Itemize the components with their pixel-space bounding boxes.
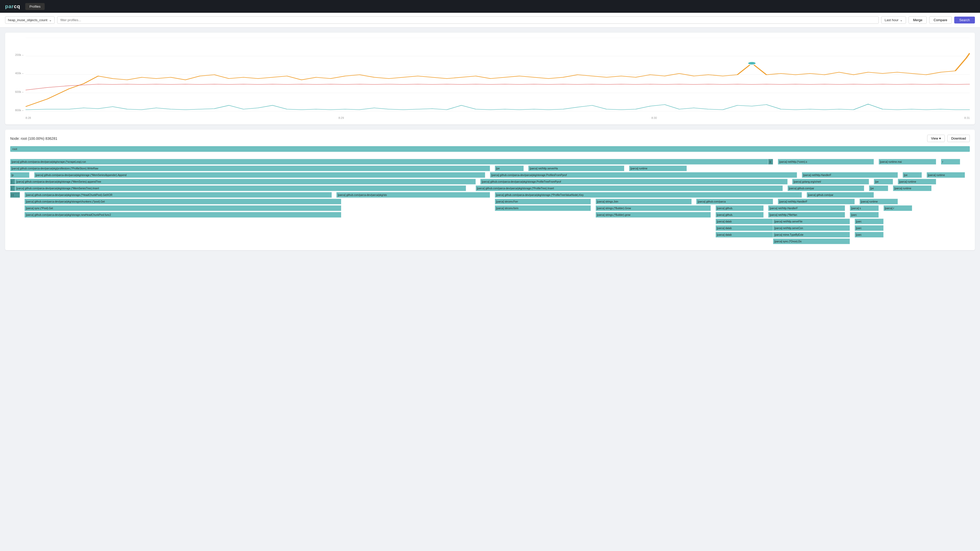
flame-bar[interactable]: [parca] strings.Join (596, 199, 692, 204)
flame-bar[interactable]: [parca] net/http.serverHa (528, 165, 624, 171)
flamegraph-controls: View ▾ Download (927, 135, 970, 142)
flame-bar[interactable]: [pe (903, 172, 922, 178)
flame-bar[interactable]: [parca] net/http.(*fileHan (768, 212, 845, 218)
node-info: Node: root (100.00%) 836281 (10, 137, 57, 141)
flame-bar[interactable]: [parca] github.com/parca-dev/parca/pkg/s… (24, 199, 341, 204)
flame-bar[interactable]: [parca] net/http.HandlerF (768, 205, 845, 211)
flame-bar[interactable]: [parca] net/http.serveFile (773, 219, 850, 224)
flame-bar[interactable]: [parca] mime.TypeByExte (773, 232, 850, 238)
flame-bar[interactable]: [parc (855, 219, 883, 224)
y-label-200k: 200k – (10, 53, 25, 56)
flame-bar[interactable]: [parca] github.com/parca-dev/parca/pkg/s… (490, 172, 797, 178)
flame-bar[interactable]: | (10, 186, 15, 191)
flame-bar[interactable]: [pe (869, 186, 888, 191)
flame-rows: [parca] github.com/parca-dev/parca/pkg/s… (10, 152, 970, 245)
flame-bar[interactable]: [parca] strconv.Forr (495, 199, 591, 204)
download-button[interactable]: Download (947, 135, 970, 142)
flame-row: |[parca] github.com/parca-dev/parca/pkg/… (10, 179, 970, 185)
flame-bar[interactable]: [pe (874, 179, 893, 184)
flame-bar[interactable]: [parca] github. (716, 212, 764, 218)
flame-bar[interactable]: [parca] s (850, 205, 879, 211)
app-logo: parcq (5, 3, 20, 10)
flame-bar[interactable]: [parca] strings.(*Builder).Grow (596, 205, 711, 211)
search-button[interactable]: Search (954, 17, 975, 24)
flame-bar[interactable]: || (768, 159, 773, 165)
flame-bar[interactable]: [parca] github.com/parca-dev/parca/pkg/s… (10, 159, 768, 165)
flame-bar[interactable]: [parc (850, 212, 879, 218)
flame-bar[interactable]: [parca] github.com/parca-dev/parca/pkg/s… (480, 179, 788, 184)
flame-bar[interactable]: [parca] sync.(*Pool).Get (24, 205, 341, 211)
flame-bar[interactable]: [parca] github.com/par (788, 186, 864, 191)
flame-bar[interactable]: [parca] github.com/parca-dev/parca/pkg/s… (34, 172, 485, 178)
time-range-selector[interactable]: Last hour ⌄ (881, 16, 906, 24)
flame-bar[interactable]: [parca] net/http.HandlerF (802, 172, 898, 178)
flame-bar[interactable]: [parca] r (883, 205, 912, 211)
x-label-829: 8:29 (339, 116, 344, 119)
x-label-830: 8:30 (651, 116, 657, 119)
flame-bar[interactable]: [parca] github.com/parca-dev/parca/pkg/s… (15, 179, 476, 184)
compare-button[interactable]: Compare (929, 16, 951, 24)
flame-row: [parca] github.com/parca-dev/parca/pkg/p… (10, 165, 970, 171)
flame-bar[interactable]: [parca] github.com/parca-dev/parca/pkg/s… (24, 212, 341, 218)
chart-card: 800k – 600k – 400k – 200k – (5, 33, 975, 124)
view-button[interactable]: View ▾ (927, 135, 945, 142)
x-axis: 8:28 8:29 8:30 8:31 (25, 112, 970, 119)
flame-bar[interactable]: [parca] datab (716, 225, 773, 231)
flame-bar[interactable]: [p (10, 172, 29, 178)
flame-bar[interactable]: [parca] github.com/par (807, 192, 874, 198)
flame-bar[interactable]: [parca] runtime (893, 186, 931, 191)
chart-area: 800k – 600k – 400k – 200k – (10, 38, 970, 119)
flame-row: [parca] sync.(*Pool).Get[parca] strconv.… (10, 205, 970, 211)
flame-bar[interactable]: [parca] runtime (859, 199, 898, 204)
flame-bar[interactable]: [parca] golang.org/x/net/ (792, 179, 869, 184)
flame-bar[interactable]: [parca] datab (716, 219, 773, 224)
flame-bar[interactable]: [parc (855, 232, 883, 238)
svg-point-5 (748, 62, 756, 65)
flame-bar[interactable]: [parc (855, 225, 883, 231)
profiles-nav-button[interactable]: Profiles (25, 3, 45, 10)
top-navigation: parcq Profiles (0, 0, 980, 13)
flamegraph-header: Node: root (100.00%) 836281 View ▾ Downl… (10, 135, 970, 142)
merge-button[interactable]: Merge (908, 16, 927, 24)
x-label-828: 8:28 (25, 116, 31, 119)
flame-bar[interactable]: [parca] github. (716, 205, 764, 211)
flame-bar[interactable]: [parca] github.com/parca-dev/parca/pkg/s… (336, 192, 490, 198)
flame-bar[interactable]: [parca] github.com/parca-dev/parca/pkg/p… (10, 165, 490, 171)
flame-bar[interactable]: [parca] github.com/parca-dev/parca/pkg/s… (495, 192, 802, 198)
flame-bar[interactable]: [parca] github.com/parca-dev/parca/pkg/s… (24, 192, 331, 198)
flame-bar[interactable]: [parca] runtime (927, 172, 965, 178)
flame-row: [parca] datab[parca] net/http.serveFile[… (10, 219, 970, 225)
profile-type-label: heap_inuse_objects_count (8, 18, 48, 22)
flame-bar[interactable]: r (941, 159, 960, 165)
flame-bar[interactable]: [pe (495, 165, 524, 171)
main-content: 800k – 600k – 400k – 200k – (0, 27, 980, 256)
flame-bar[interactable]: [parca] datab (716, 232, 773, 238)
flame-bar[interactable]: [parca] net/http.(*conn).s (778, 159, 874, 165)
y-axis: 800k – 600k – 400k – 200k – (10, 38, 25, 112)
flame-bar[interactable]: [parca] strconv.form (495, 205, 591, 211)
flame-row: [parca] github.com/parca-dev/parca/pkg/s… (10, 199, 970, 205)
chart-svg (25, 38, 970, 112)
y-label-600k: 600k – (10, 90, 25, 94)
flame-bar[interactable]: | | (10, 192, 20, 198)
flame-bar[interactable]: [parca] net/http.serveCon (773, 225, 850, 231)
flame-bar[interactable]: [parca] runtime (898, 179, 936, 184)
flame-bar[interactable]: [parca] github.com/parca-dev/parca/pkg/s… (476, 186, 783, 191)
flame-bar[interactable]: [parca] sync.(*Once).Do (773, 238, 850, 244)
profile-type-selector[interactable]: heap_inuse_objects_count ⌄ (5, 16, 55, 24)
flame-row: [p[parca] github.com/parca-dev/parca/pkg… (10, 172, 970, 178)
flame-bar[interactable]: [parca] net/http.HandlerF (778, 199, 855, 204)
flamegraph-card: Node: root (100.00%) 836281 View ▾ Downl… (5, 130, 975, 250)
filter-input[interactable] (57, 16, 879, 24)
flame-root-bar[interactable]: root (10, 146, 970, 152)
flame-bar[interactable]: [parca] runtime.mai (879, 159, 936, 165)
flame-bar[interactable]: [parca] github.com/parca-dev/parca/pkg/s… (15, 186, 466, 191)
flame-bar[interactable]: [parca] github.com/parca (696, 199, 773, 204)
flame-row: | |[parca] github.com/parca-dev/parca/pk… (10, 192, 970, 198)
flame-row: [parca] github.com/parca-dev/parca/pkg/s… (10, 159, 970, 165)
flame-row: [parca] datab[parca] net/http.serveCon[p… (10, 225, 970, 231)
flame-bar[interactable]: [parca] runtime (629, 165, 687, 171)
flame-bar[interactable]: | (10, 179, 15, 184)
flame-row: [parca] datab[parca] mime.TypeByExte[par… (10, 232, 970, 238)
flame-bar[interactable]: [parca] strings.(*Builder).grow (596, 212, 711, 218)
